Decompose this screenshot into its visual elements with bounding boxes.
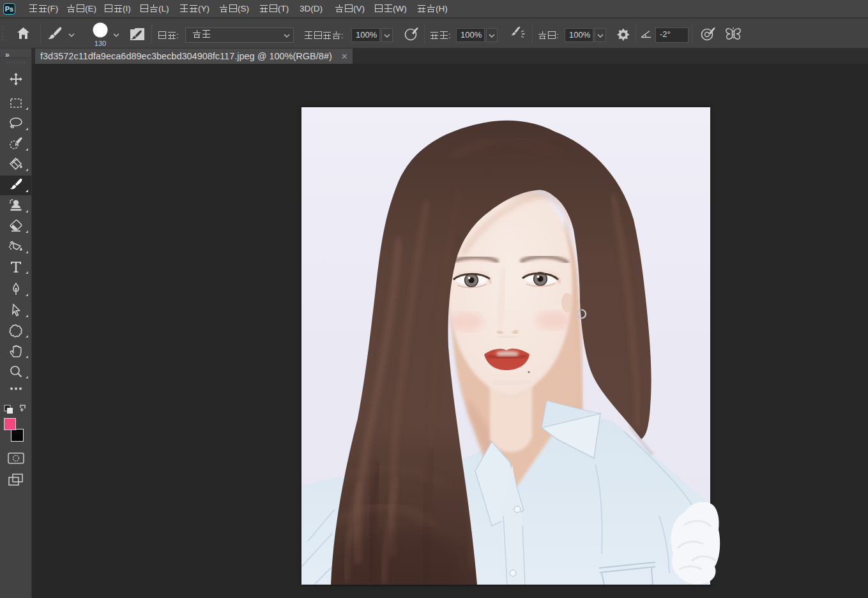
svg-text:130: 130 (95, 40, 106, 47)
